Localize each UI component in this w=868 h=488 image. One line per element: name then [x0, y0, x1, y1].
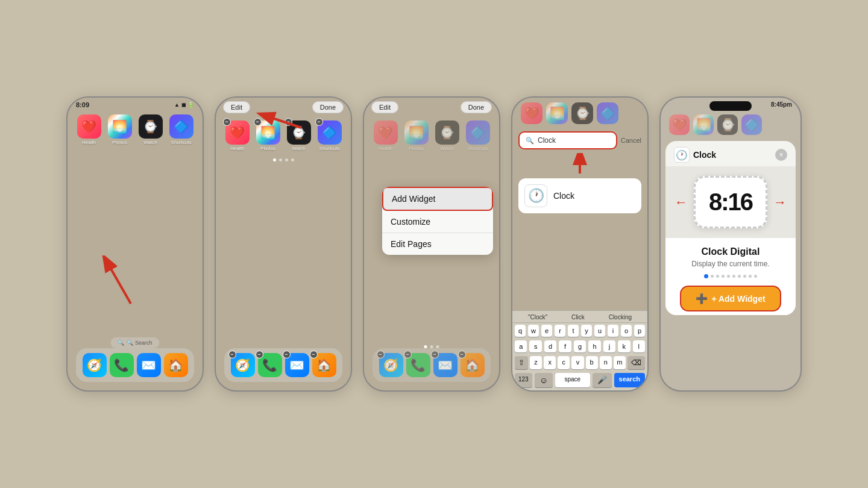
menu-edit-pages[interactable]: Edit Pages: [382, 233, 493, 255]
app-health-2[interactable]: −❤️ Health: [224, 120, 250, 151]
arrow-indicator-1: [101, 255, 137, 312]
done-button-3[interactable]: Done: [461, 101, 492, 113]
edit-button-2[interactable]: Edit: [223, 101, 250, 113]
close-button-5[interactable]: ×: [775, 149, 787, 161]
widget-icon-5: 🕐: [674, 147, 690, 163]
keyboard-4: "Clock" Click Clocking q w e r t y u i o…: [512, 310, 647, 390]
key-d[interactable]: d: [544, 340, 556, 352]
keyboard-row-2: a s d f g h j k l: [512, 339, 647, 354]
key-delete[interactable]: ⌫: [627, 356, 645, 369]
arrow-edit: [253, 110, 313, 136]
minus-badge-4: −: [315, 118, 323, 126]
app-shortcuts[interactable]: 🔷 Shortcuts: [168, 114, 194, 145]
widget-dots-5: [675, 274, 786, 278]
app-photos[interactable]: 🌅 Photos: [107, 114, 133, 145]
key-mic[interactable]: 🎤: [593, 373, 612, 387]
dot-4: [727, 275, 730, 278]
widget-result-clock[interactable]: 🕐 Clock: [518, 178, 641, 213]
status-icons-1: ▲ ◼ 🔋: [174, 102, 194, 108]
arrow-left-5[interactable]: ←: [675, 195, 688, 210]
dock-home-2[interactable]: −🏠: [312, 353, 336, 377]
key-t[interactable]: t: [568, 325, 579, 337]
widget-name-5: Clock Digital: [675, 246, 786, 257]
key-i[interactable]: i: [608, 325, 618, 337]
key-k[interactable]: k: [618, 340, 630, 352]
dot-2: [716, 275, 719, 278]
key-f[interactable]: f: [559, 340, 571, 352]
dock-phone-3[interactable]: −📞: [406, 353, 430, 377]
dock-safari-3[interactable]: −🧭: [379, 353, 403, 377]
key-z[interactable]: z: [530, 356, 542, 369]
suggestion-2[interactable]: Click: [571, 314, 585, 321]
key-a[interactable]: a: [515, 340, 527, 352]
suggestion-3[interactable]: Clocking: [609, 314, 632, 321]
page-dots-2: [216, 156, 351, 164]
widget-detail-header: 🕐 Clock ×: [665, 141, 796, 166]
cancel-button-4[interactable]: Cancel: [621, 137, 641, 144]
arrow-right-5[interactable]: →: [773, 195, 787, 210]
dock-phone[interactable]: 📞: [110, 353, 134, 377]
dot-1: [711, 275, 714, 278]
key-l[interactable]: l: [633, 340, 645, 352]
edit-done-bar-3: Edit Done: [364, 98, 499, 116]
dock-safari[interactable]: 🧭: [83, 353, 107, 377]
key-space[interactable]: space: [555, 373, 590, 387]
key-w[interactable]: w: [528, 325, 539, 337]
app-watch[interactable]: ⌚ Watch: [137, 114, 163, 145]
key-j[interactable]: j: [603, 340, 615, 352]
clock-search-input[interactable]: 🔍 Clock: [518, 131, 617, 149]
dot-6: [738, 275, 741, 278]
key-e[interactable]: e: [541, 325, 552, 337]
key-v[interactable]: v: [571, 356, 583, 369]
key-x[interactable]: x: [544, 356, 556, 369]
dot-5: [732, 275, 735, 278]
dock-mail-2[interactable]: −✉️: [285, 353, 309, 377]
status-bar-1: 8:09 ▲ ◼ 🔋: [68, 98, 203, 110]
status-time-5: 8:45pm: [771, 101, 792, 108]
dot-9: [754, 275, 757, 278]
app-shortcuts-2[interactable]: −🔷 Shortcuts: [316, 120, 342, 151]
app-health[interactable]: ❤️ Health: [76, 114, 102, 145]
edit-button-3[interactable]: Edit: [371, 101, 398, 113]
key-c[interactable]: c: [558, 356, 570, 369]
dock-home-3[interactable]: −🏠: [461, 353, 485, 377]
key-n[interactable]: n: [600, 356, 612, 369]
key-q[interactable]: q: [515, 325, 526, 337]
status-area-5: 8:45pm: [661, 98, 800, 112]
key-b[interactable]: b: [586, 356, 598, 369]
key-emoji[interactable]: ☺: [535, 373, 553, 387]
dock-safari-2[interactable]: −🧭: [231, 353, 255, 377]
key-p[interactable]: p: [634, 325, 645, 337]
key-h[interactable]: h: [588, 340, 600, 352]
key-r[interactable]: r: [555, 325, 565, 337]
search-bar-1[interactable]: 🔍 🔍 Search: [110, 337, 159, 348]
key-shift[interactable]: ⇧: [515, 356, 528, 369]
key-y[interactable]: y: [581, 325, 592, 337]
suggestion-1[interactable]: "Clock": [528, 314, 547, 321]
key-123[interactable]: 123: [515, 373, 532, 387]
clock-icon-4: 🕐: [524, 184, 547, 207]
key-m[interactable]: m: [614, 356, 626, 369]
key-s[interactable]: s: [529, 340, 541, 352]
widget-info: Clock Digital Display the current time.: [665, 238, 796, 315]
menu-customize[interactable]: Customize: [382, 211, 493, 233]
widget-preview-area: ← 8:16 →: [665, 166, 796, 238]
top-apps-5: ❤️ 🌅 ⌚ 🔷: [661, 112, 800, 137]
key-o[interactable]: o: [621, 325, 632, 337]
dock-phone-2[interactable]: −📞: [258, 353, 282, 377]
menu-add-widget[interactable]: Add Widget: [382, 187, 493, 211]
key-search[interactable]: search: [614, 373, 645, 387]
dock-home[interactable]: 🏠: [164, 353, 188, 377]
dock-mail[interactable]: ✉️: [137, 353, 161, 377]
key-u[interactable]: u: [594, 325, 605, 337]
key-g[interactable]: g: [574, 340, 586, 352]
done-button-2[interactable]: Done: [312, 101, 344, 113]
svg-line-1: [107, 261, 131, 304]
dock-mail-3[interactable]: −✉️: [433, 353, 458, 377]
add-icon-5: ➕: [696, 293, 708, 304]
add-widget-button[interactable]: ➕ + Add Widget: [680, 286, 781, 311]
phone-4: ❤️ 🌅 ⌚ 🔷 🔍 Clock Cancel: [511, 96, 649, 392]
top-apps-row-4: ❤️ 🌅 ⌚ 🔷: [512, 98, 647, 129]
widget-title-5: Clock: [693, 150, 716, 160]
clock-result-name: Clock: [553, 191, 574, 201]
